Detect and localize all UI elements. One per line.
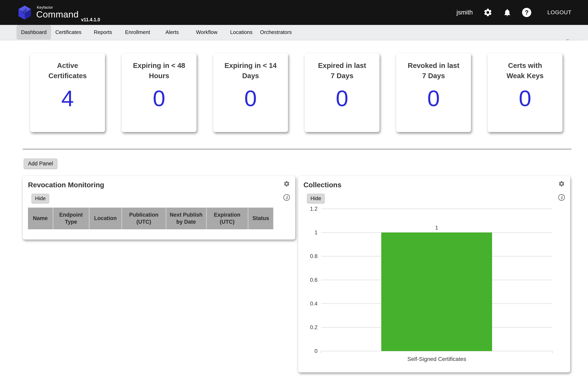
revocation-table: Name Endpoint Type Location Publication … <box>28 208 273 229</box>
panel-info-icon[interactable] <box>558 194 565 201</box>
card-expiring-48-hours: Expiring in < 48 Hours 0 <box>122 53 196 132</box>
column-header-next-publish[interactable]: Next Publish by Date <box>166 208 206 229</box>
card-value: 0 <box>396 85 471 111</box>
card-weak-keys: Certs with Weak Keys 0 <box>488 53 563 132</box>
stat-cards-row: Active Certificates 4 Expiring in < 48 H… <box>0 40 588 132</box>
tab-workflow[interactable]: Workflow <box>190 25 224 40</box>
column-header-endpoint-type[interactable]: Endpoint Type <box>53 208 89 229</box>
column-header-expiration-utc[interactable]: Expiration (UTC) <box>206 208 248 229</box>
card-title: Certs with Weak Keys <box>499 60 552 81</box>
card-value: 0 <box>488 85 563 111</box>
card-value: 0 <box>305 85 379 111</box>
table-header-row: Name Endpoint Type Location Publication … <box>28 208 273 229</box>
card-title: Expired in last 7 Days <box>316 60 368 81</box>
y-axis-tick-label: 1 <box>305 229 318 236</box>
tab-enrollment[interactable]: Enrollment <box>120 25 155 40</box>
brand-keyfactor: Keyfactor <box>37 5 79 10</box>
collections-chart-plot: 1 Self-Signed Certificates 1.210.80.60.4… <box>321 209 552 351</box>
card-value: 0 <box>213 85 288 111</box>
panel-title: Collections <box>303 181 565 189</box>
revocation-monitoring-panel: Revocation Monitoring Hide Name Endpoint… <box>23 176 295 240</box>
version-label: v11.4.1.0 <box>81 17 100 23</box>
bar-value-label: 1 <box>381 225 492 231</box>
tab-alerts[interactable]: Alerts <box>155 25 190 40</box>
card-title: Expiring in < 14 Days <box>224 60 277 81</box>
tab-dashboard[interactable]: Dashboard <box>16 25 51 40</box>
card-title: Active Certificates <box>41 60 94 81</box>
card-revoked-7-days: Revoked in last 7 Days 0 <box>396 53 471 132</box>
card-value: 4 <box>30 85 105 111</box>
dashboard-content: Active Certificates 4 Expiring in < 48 H… <box>0 40 588 372</box>
main-nav: Dashboard Certificates Reports Enrollmen… <box>0 25 588 40</box>
panel-settings-gear-icon[interactable] <box>283 180 290 187</box>
bar-self-signed[interactable] <box>381 233 492 351</box>
collections-panel: Collections Hide 1 Self-Signed Certifica… <box>298 176 570 372</box>
card-expired-7-days: Expired in last 7 Days 0 <box>305 53 379 132</box>
y-axis-tick-label: 0.6 <box>305 277 318 283</box>
panel-title: Revocation Monitoring <box>28 181 290 189</box>
tab-certificates[interactable]: Certificates <box>51 25 86 40</box>
keyfactor-logo[interactable] <box>16 4 33 21</box>
card-title: Expiring in < 48 Hours <box>133 60 185 81</box>
tab-locations[interactable]: Locations <box>224 25 259 40</box>
y-axis-tick-label: 0.2 <box>305 324 318 330</box>
collections-chart: 1 Self-Signed Certificates 1.210.80.60.4… <box>303 209 565 367</box>
panel-info-icon[interactable] <box>283 194 290 201</box>
column-header-name[interactable]: Name <box>28 208 53 229</box>
notifications-bell-icon[interactable] <box>503 8 512 17</box>
x-axis-tick <box>321 351 321 353</box>
x-axis-tick <box>552 351 552 353</box>
card-title: Revoked in last 7 Days <box>407 60 460 81</box>
column-header-status[interactable]: Status <box>248 208 273 229</box>
hide-button[interactable]: Hide <box>32 194 49 203</box>
help-icon[interactable] <box>522 8 531 17</box>
hide-button[interactable]: Hide <box>307 194 324 203</box>
panel-settings-gear-icon[interactable] <box>558 180 565 187</box>
x-category-label: Self-Signed Certificates <box>321 356 552 362</box>
logout-button[interactable]: LOGOUT <box>547 10 572 16</box>
brand: Keyfactor Command <box>36 5 79 20</box>
tab-orchestrators[interactable]: Orchestrators <box>259 25 293 40</box>
y-axis-tick-label: 0.4 <box>305 301 318 307</box>
column-header-location[interactable]: Location <box>89 208 122 229</box>
brand-command: Command <box>36 9 79 20</box>
username-menu[interactable]: jsmith <box>456 9 473 16</box>
card-expiring-14-days: Expiring in < 14 Days 0 <box>213 53 288 132</box>
header-actions: jsmith LOGOUT <box>456 8 572 17</box>
card-active-certificates: Active Certificates 4 <box>30 53 105 132</box>
panels-row: Revocation Monitoring Hide Name Endpoint… <box>23 176 588 372</box>
y-axis-tick-label: 0.8 <box>305 253 318 259</box>
y-axis-tick-label: 0 <box>305 348 318 354</box>
card-value: 0 <box>122 85 196 111</box>
add-panel-button[interactable]: Add Panel <box>24 159 57 169</box>
chart-gridline <box>321 209 552 209</box>
tab-reports[interactable]: Reports <box>86 25 120 40</box>
column-header-publication-utc[interactable]: Publication (UTC) <box>122 208 166 229</box>
app-header: Keyfactor Command v11.4.1.0 jsmith LOGOU… <box>0 0 588 25</box>
section-divider <box>23 149 572 149</box>
y-axis-tick-label: 1.2 <box>305 206 318 212</box>
settings-gear-icon[interactable] <box>483 8 492 17</box>
